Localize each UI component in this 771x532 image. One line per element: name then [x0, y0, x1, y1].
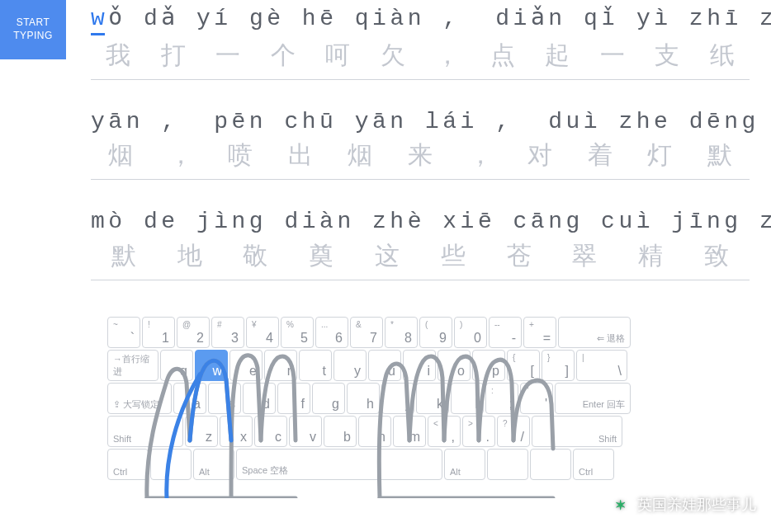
pinyin-char: d: [284, 208, 298, 236]
hanzi-char: 默: [689, 139, 750, 172]
key-2[interactable]: @2: [177, 317, 210, 348]
key-\[interactable]: |\: [576, 350, 627, 381]
pinyin-char: ǒ: [108, 5, 122, 35]
keyboard-row: ⇪ 大写锁定asdfghjkl:;"'Enter 回车: [107, 383, 636, 414]
Shift[interactable]: Shift: [107, 416, 183, 447]
key-m[interactable]: m: [393, 416, 426, 447]
key-`[interactable]: ~`: [107, 317, 140, 348]
⇐ 退格[interactable]: ⇐ 退格: [558, 317, 631, 348]
key-l[interactable]: l: [451, 383, 484, 414]
Alt[interactable]: Alt: [444, 449, 485, 480]
key-d[interactable]: d: [243, 383, 276, 414]
key-t[interactable]: t: [299, 350, 332, 381]
Shift[interactable]: Shift: [532, 416, 622, 447]
key-s[interactable]: s: [208, 383, 241, 414]
pinyin-char: z: [689, 5, 703, 35]
pinyin-char: d: [144, 208, 158, 236]
→首行缩进[interactable]: →首行缩进: [107, 350, 158, 381]
key-.[interactable]: >.: [462, 416, 495, 447]
pinyin-char: w: [91, 5, 105, 35]
pinyin-char: y: [636, 5, 650, 35]
key-y[interactable]: y: [333, 350, 367, 381]
key[interactable]: [150, 449, 192, 480]
Alt[interactable]: Alt: [193, 449, 234, 480]
key-o[interactable]: o: [438, 350, 471, 381]
key-w[interactable]: w: [195, 350, 228, 381]
key-c[interactable]: c: [254, 416, 287, 447]
Space 空格[interactable]: Space 空格: [236, 449, 442, 480]
pinyin-char: ,: [495, 108, 509, 136]
pinyin-char: [179, 208, 193, 236]
key-6[interactable]: ...6: [315, 317, 348, 348]
pinyin-char: [267, 208, 281, 236]
key[interactable]: [530, 449, 571, 480]
pinyin-char: [126, 5, 140, 35]
hanzi-row: 默地敬奠这些苍翠精致: [91, 239, 750, 273]
key-][interactable]: }]: [542, 350, 575, 381]
hanzi-char: 欠: [366, 39, 421, 73]
pinyin-char: ē: [232, 108, 246, 136]
hanzi-char: ，: [151, 139, 211, 172]
pinyin-char: [759, 108, 771, 136]
key-[[interactable]: {[: [507, 350, 540, 381]
pinyin-char: [531, 108, 545, 136]
key-x[interactable]: x: [220, 416, 253, 447]
key-'[interactable]: "': [520, 383, 553, 414]
hanzi-char: 奠: [288, 239, 354, 273]
key-z[interactable]: z: [185, 416, 218, 447]
key-f[interactable]: f: [277, 383, 310, 414]
pinyin-char: [566, 5, 580, 35]
key-n[interactable]: n: [358, 416, 391, 447]
pinyin-char: z: [759, 208, 771, 236]
key-7[interactable]: &7: [350, 317, 383, 348]
pinyin-char: h: [302, 108, 316, 136]
key-3[interactable]: #3: [211, 317, 244, 348]
Ctrl[interactable]: Ctrl: [107, 449, 149, 480]
hanzi-char: 些: [420, 239, 486, 273]
hanzi-char: 这: [354, 239, 420, 273]
key-4[interactable]: ¥4: [246, 317, 279, 348]
pinyin-char: [619, 5, 633, 35]
key-8[interactable]: *8: [385, 317, 418, 348]
pinyin-char: [355, 208, 369, 236]
key-q[interactable]: q: [160, 350, 193, 381]
start-typing-button[interactable]: START TYPING: [0, 0, 66, 59]
key-;[interactable]: :;: [485, 383, 518, 414]
key-p[interactable]: p: [472, 350, 505, 381]
key-b[interactable]: b: [324, 416, 357, 447]
key-9[interactable]: (9: [419, 317, 452, 348]
key-e[interactable]: e: [229, 350, 263, 381]
pinyin-char: n: [232, 208, 246, 236]
⇪ 大写锁定[interactable]: ⇪ 大写锁定: [107, 383, 172, 414]
key-=[interactable]: +=: [523, 317, 556, 348]
key-j[interactable]: j: [381, 383, 414, 414]
key-/[interactable]: ?/: [497, 416, 530, 447]
pinyin-char: [179, 108, 193, 136]
key-g[interactable]: g: [312, 383, 345, 414]
key-v[interactable]: v: [289, 416, 322, 447]
pinyin-char: [337, 108, 351, 136]
key--[interactable]: ---: [489, 317, 522, 348]
key-h[interactable]: h: [347, 383, 380, 414]
key[interactable]: [487, 449, 528, 480]
pinyin-row: wǒ dǎ yí gè hē qiàn , diǎn qǐ yì zhī zhǐ: [91, 5, 750, 35]
pinyin-char: í: [214, 5, 228, 35]
key-,[interactable]: <,: [428, 416, 461, 447]
pinyin-char: d: [144, 5, 158, 35]
pinyin-char: g: [249, 208, 263, 236]
key-i[interactable]: i: [403, 350, 436, 381]
key-r[interactable]: r: [264, 350, 297, 381]
hanzi-char: 点: [475, 39, 531, 73]
Ctrl[interactable]: Ctrl: [573, 449, 614, 480]
key-u[interactable]: u: [368, 350, 401, 381]
virtual-keyboard: ~`!1@2#3¥4%5...6&7*8(9)0---+=⇐ 退格→首行缩进qw…: [107, 317, 636, 480]
pinyin-char: è: [408, 208, 422, 236]
pinyin-char: e: [161, 208, 175, 236]
key-a[interactable]: a: [173, 383, 206, 414]
key-5[interactable]: %5: [281, 317, 314, 348]
key-0[interactable]: )0: [454, 317, 487, 348]
pinyin-char: n: [249, 108, 263, 136]
key-k[interactable]: k: [416, 383, 449, 414]
key-1[interactable]: !1: [142, 317, 175, 348]
Enter 回车[interactable]: Enter 回车: [555, 383, 631, 414]
